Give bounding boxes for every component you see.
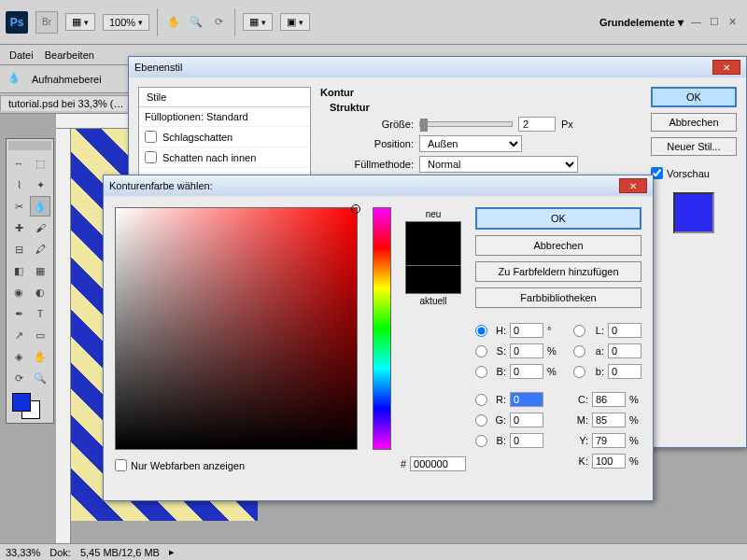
type-tool-icon[interactable]: T [30, 303, 50, 324]
hand-icon[interactable]: ✋ [165, 14, 182, 31]
m-input[interactable] [592, 413, 626, 427]
eraser-tool-icon[interactable]: ◧ [8, 260, 29, 281]
zoom-tool-icon[interactable]: 🔍 [30, 368, 50, 388]
add-swatch-button[interactable]: Zu Farbfeldern hinzufügen [475, 261, 641, 282]
document-tab[interactable]: tutorial.psd bei 33,3% (… [0, 95, 133, 111]
preview-swatch [673, 192, 714, 233]
arrange-dropdown[interactable]: ▦ [243, 13, 273, 31]
maximize-icon[interactable]: ☐ [710, 16, 723, 29]
r-radio[interactable] [475, 394, 487, 406]
g-radio[interactable] [475, 414, 487, 427]
3d-tool-icon[interactable]: ◈ [8, 346, 29, 367]
gradient-tool-icon[interactable]: ▦ [30, 260, 50, 281]
h-input[interactable] [510, 323, 543, 338]
history-brush-icon[interactable]: 🖍 [30, 239, 50, 259]
blur-tool-icon[interactable]: ◉ [8, 282, 29, 302]
shape-tool-icon[interactable]: ▭ [30, 325, 50, 345]
cancel-button[interactable]: Abbrechen [475, 235, 641, 256]
zoom-readout[interactable]: 33,33% [6, 547, 40, 558]
c-label: C: [573, 394, 588, 405]
k-input[interactable] [592, 454, 626, 469]
rotate-icon[interactable]: ⟳ [210, 14, 227, 31]
close-button[interactable]: ✕ [712, 60, 740, 75]
screenmode-dropdown[interactable]: ▣ [280, 13, 310, 31]
b-input[interactable] [510, 364, 543, 379]
close-icon[interactable]: ✕ [728, 16, 741, 29]
effect-label: Schlagschatten [162, 132, 233, 143]
hand-tool-icon[interactable]: ✋ [30, 346, 50, 367]
move-tool-icon[interactable]: ↔ [8, 153, 29, 174]
foreground-swatch[interactable] [12, 393, 31, 412]
zoom-dropdown[interactable]: 100% [103, 14, 149, 31]
y-input[interactable] [592, 433, 626, 448]
dodge-tool-icon[interactable]: ◐ [30, 282, 50, 302]
dialog-titlebar[interactable]: Ebenenstil ✕ [129, 57, 746, 77]
b2-input[interactable] [510, 433, 543, 448]
effect-row[interactable]: Schatten nach innen [139, 147, 310, 168]
l-radio[interactable] [573, 325, 585, 337]
view-dropdown[interactable]: ▦ [65, 13, 95, 31]
chevron-right-icon[interactable]: ▸ [169, 546, 175, 558]
crop-tool-icon[interactable]: ✂ [8, 196, 29, 217]
current-color-swatch[interactable] [405, 266, 461, 294]
panel-grip[interactable] [8, 141, 51, 150]
lasso-tool-icon[interactable]: ⌇ [8, 175, 29, 195]
marquee-tool-icon[interactable]: ⬚ [30, 153, 50, 174]
color-field[interactable] [115, 207, 358, 450]
workspace-switcher[interactable]: Grundelemente ▾ [599, 16, 684, 29]
pen-tool-icon[interactable]: ✒ [8, 303, 29, 324]
minimize-icon[interactable]: — [691, 16, 704, 29]
zoom-icon[interactable]: 🔍 [188, 14, 204, 31]
color-swatches[interactable] [8, 393, 51, 421]
l-input[interactable] [608, 323, 641, 338]
dialog-title: Ebenenstil [134, 62, 182, 73]
blab-radio[interactable] [573, 366, 585, 378]
ok-button[interactable]: OK [651, 87, 737, 107]
ok-button[interactable]: OK [475, 207, 641, 230]
hex-input[interactable] [410, 456, 466, 471]
blab-input[interactable] [608, 364, 641, 379]
cancel-button[interactable]: Abbrechen [651, 113, 737, 132]
a-radio[interactable] [573, 345, 585, 357]
close-button[interactable]: ✕ [619, 178, 647, 193]
effect-checkbox[interactable] [145, 131, 157, 143]
effect-row[interactable]: Schlagschatten [139, 127, 310, 147]
a-input[interactable] [608, 343, 641, 358]
brush-tool-icon[interactable]: 🖌 [30, 217, 50, 238]
r-input[interactable] [510, 392, 543, 407]
b-radio[interactable] [475, 366, 487, 378]
s-input[interactable] [510, 343, 543, 358]
b2-radio[interactable] [475, 435, 487, 447]
wand-tool-icon[interactable]: ✦ [30, 175, 50, 195]
heal-tool-icon[interactable]: ✚ [8, 217, 29, 238]
position-select[interactable]: Außen [419, 135, 522, 152]
path-tool-icon[interactable]: ↗ [8, 325, 29, 345]
s-radio[interactable] [475, 345, 487, 357]
size-slider[interactable] [419, 121, 513, 127]
hue-slider[interactable] [373, 207, 391, 450]
h-label: H: [491, 325, 506, 336]
h-radio[interactable] [475, 325, 487, 337]
stamp-tool-icon[interactable]: ⊟ [8, 239, 29, 259]
web-colors-checkbox[interactable] [115, 459, 127, 471]
doc-size-value: 5,45 MB/12,6 MB [80, 547, 160, 558]
b-label: B: [491, 366, 506, 377]
eyedropper-icon[interactable]: 💧 [7, 72, 22, 87]
menu-file[interactable]: Datei [9, 49, 34, 61]
blend-options-row[interactable]: Fülloptionen: Standard [139, 107, 310, 127]
styles-header[interactable]: Stile [139, 88, 310, 107]
g-input[interactable] [510, 413, 543, 427]
size-input[interactable] [518, 117, 556, 132]
unit-degree: ° [547, 325, 558, 336]
rotate-tool-icon[interactable]: ⟳ [8, 368, 29, 388]
menu-edit[interactable]: Bearbeiten [45, 49, 94, 61]
eyedropper-tool-icon[interactable]: 💧 [30, 196, 50, 217]
dialog-titlebar[interactable]: Konturenfarbe wählen: ✕ [104, 175, 653, 196]
bridge-icon[interactable]: Br [35, 11, 58, 34]
c-input[interactable] [592, 392, 626, 407]
blend-label: Füllmethode: [339, 159, 414, 170]
blend-select[interactable]: Normal [419, 156, 578, 173]
libraries-button[interactable]: Farbbibliotheken [475, 287, 641, 308]
effect-checkbox[interactable] [145, 151, 157, 163]
new-style-button[interactable]: Neuer Stil... [651, 137, 737, 156]
